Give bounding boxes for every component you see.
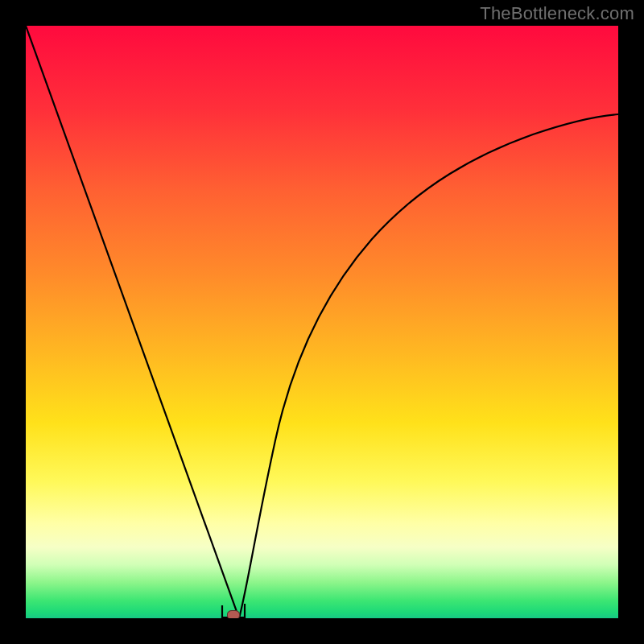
curve-svg	[26, 26, 618, 618]
curve-left-path	[26, 26, 239, 618]
watermark-text: TheBottleneck.com	[480, 3, 634, 24]
curve-right-path	[239, 114, 618, 618]
chart-frame: TheBottleneck.com	[0, 0, 644, 644]
plot-area	[26, 26, 618, 618]
minimum-marker	[227, 610, 240, 618]
